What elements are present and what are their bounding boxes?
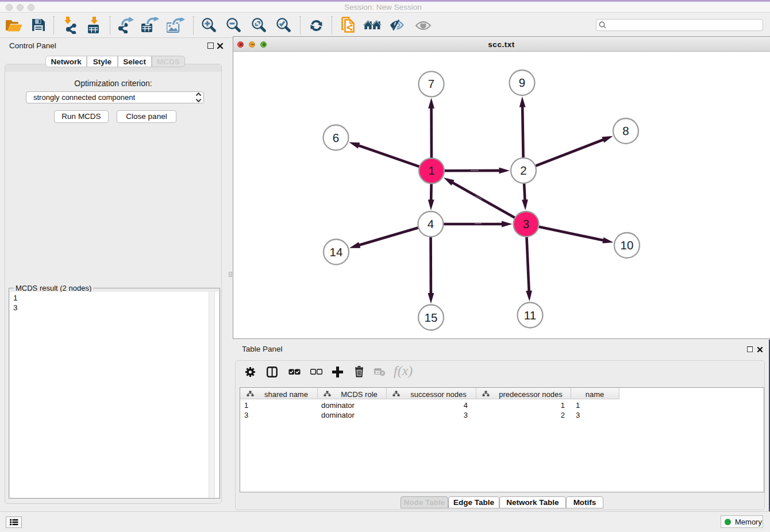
svg-text:3: 3	[522, 218, 529, 231]
svg-text:9: 9	[518, 76, 525, 90]
svg-text:7: 7	[428, 78, 434, 91]
svg-text:6: 6	[332, 132, 338, 145]
svg-text:14: 14	[329, 246, 342, 259]
svg-text:11: 11	[523, 309, 536, 322]
svg-text:8: 8	[622, 125, 629, 138]
svg-text:2: 2	[520, 164, 526, 178]
svg-text:1: 1	[428, 164, 434, 178]
svg-text:4: 4	[427, 218, 433, 231]
svg-text:15: 15	[424, 311, 437, 325]
svg-text:10: 10	[620, 239, 633, 252]
